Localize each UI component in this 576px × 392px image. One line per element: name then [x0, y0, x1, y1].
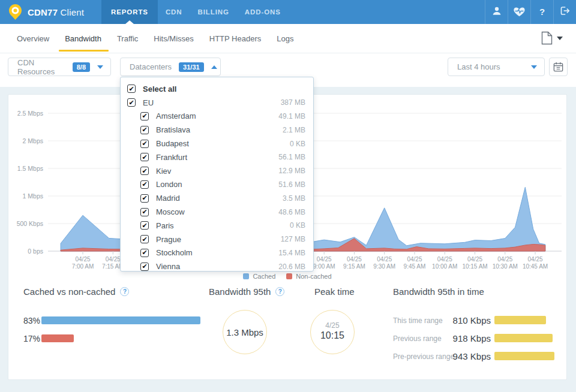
cdn-resources-filter[interactable]: CDN Resources 8/8 [8, 58, 111, 76]
y-axis-label: 2.5 Mbps [17, 110, 43, 117]
legend-swatch [243, 273, 249, 279]
datacenter-label: Vienna [156, 262, 278, 271]
tab-http-headers[interactable]: HTTP Headers [209, 24, 275, 53]
y-axis-label: 1 Mbps [23, 192, 43, 200]
report-tabs-row: OverviewBandwidthTrafficHits/MissesHTTP … [0, 24, 576, 53]
active-tab-underline [59, 50, 109, 52]
checkbox-checked-icon[interactable]: ✔ [140, 153, 149, 161]
datacenters-label: Datacenters [130, 62, 172, 71]
tab-hits-misses[interactable]: Hits/Misses [154, 24, 208, 53]
help-circle-icon[interactable]: ? [120, 287, 129, 296]
datacenter-label: London [156, 180, 278, 189]
peak-time-label: Peak time [314, 287, 355, 297]
user-button[interactable] [485, 0, 508, 24]
file-export-icon [541, 31, 553, 45]
datacenter-label: Amsterdam [156, 111, 278, 120]
export-control[interactable] [541, 31, 563, 45]
datacenter-row-frankfurt[interactable]: ✔Frankfurt56.1 MB [121, 150, 313, 164]
brand-title: CDN77 Client [28, 7, 84, 17]
datacenter-row-madrid[interactable]: ✔Madrid3.5 MB [121, 191, 313, 205]
peak-time-value-wrap: 4/25 10:15 [296, 321, 368, 341]
caret-up-icon [211, 65, 217, 69]
x-axis-label: 04/259:30 AM [373, 256, 395, 270]
tab-traffic[interactable]: Traffic [117, 24, 152, 53]
datacenters-filter[interactable]: Datacenters 31/31 [120, 58, 221, 76]
datacenter-row-vienna[interactable]: ✔Vienna20.6 MB [121, 260, 313, 272]
select-all-label: Select all [143, 85, 305, 94]
legend-label: Cached [253, 273, 275, 280]
checkbox-checked-icon[interactable]: ✔ [127, 85, 136, 93]
tab-overview[interactable]: Overview [17, 24, 64, 53]
datacenter-label: Paris [156, 221, 290, 230]
checkbox-checked-icon[interactable]: ✔ [140, 263, 149, 271]
datacenter-traffic-value: 2.1 MB [283, 126, 305, 134]
datacenter-row-moscow[interactable]: ✔Moscow48.6 MB [121, 205, 313, 219]
location-pin-logo-icon [8, 4, 22, 20]
datacenter-row-kiev[interactable]: ✔Kiev12.9 MB [121, 164, 313, 178]
checkbox-checked-icon[interactable]: ✔ [140, 112, 149, 120]
datacenter-row-eu[interactable]: ✔EU387 MB [121, 96, 313, 110]
tab-logs[interactable]: Logs [277, 24, 308, 53]
top-navigation-bar: CDN77 Client REPORTSCDNBILLINGADD-ONS ? [0, 0, 576, 24]
datacenter-row-bratislava[interactable]: ✔Bratislava2.1 MB [121, 123, 313, 137]
datacenter-label: Frankfurt [156, 153, 278, 162]
range-label: Pre-previous range [393, 352, 456, 361]
datacenter-row-budapest[interactable]: ✔Budapest0 KB [121, 137, 313, 150]
help-button[interactable]: ? [530, 0, 553, 24]
brand[interactable]: CDN77 Client [0, 0, 101, 24]
datacenter-traffic-value: 51.6 MB [278, 180, 305, 189]
datacenter-row-stockholm[interactable]: ✔Stockholm15.4 MB [121, 246, 313, 260]
nav-item-cdn[interactable]: CDN [158, 0, 190, 24]
cached-vs-noncached-label: Cached vs non-cached [23, 287, 115, 297]
help-circle-icon[interactable]: ? [275, 287, 284, 296]
nav-item-add-ons[interactable]: ADD-ONS [237, 0, 289, 24]
ratio-bar [41, 316, 200, 324]
datacenter-label: Moscow [156, 207, 278, 216]
cdn-resources-label: CDN Resources [17, 58, 65, 76]
legend-item-cached: Cached [243, 273, 275, 280]
datacenter-row-london[interactable]: ✔London51.6 MB [121, 178, 313, 192]
checkbox-checked-icon[interactable]: ✔ [140, 194, 149, 203]
checkbox-checked-icon[interactable]: ✔ [140, 208, 149, 216]
x-axis-label: 04/259:45 AM [404, 256, 426, 270]
datacenter-label: Madrid [156, 194, 283, 203]
checkbox-checked-icon[interactable]: ✔ [140, 249, 149, 257]
x-axis-label: 04/2510:45 AM [523, 256, 548, 270]
cdn77-dashboard: CDN77 Client REPORTSCDNBILLINGADD-ONS ? … [0, 0, 576, 392]
primary-nav: REPORTSCDNBILLINGADD-ONS [101, 0, 289, 24]
caret-down-icon [97, 65, 103, 69]
checkbox-checked-icon[interactable]: ✔ [140, 140, 149, 148]
bandwidth-95th-title: Bandwidth 95th ? [209, 287, 284, 297]
y-axis-label: 500 Kbps [17, 220, 43, 227]
checkbox-checked-icon[interactable]: ✔ [127, 98, 136, 107]
time-range-select[interactable]: Last 4 hours [448, 58, 545, 76]
datacenter-traffic-value: 48.6 MB [278, 208, 305, 216]
range-label: This time range [393, 316, 456, 325]
select-all-row[interactable]: ✔ Select all [121, 82, 313, 96]
x-axis-label: 04/257:00 AM [72, 256, 94, 270]
ratio-bar [41, 334, 74, 342]
range-value: 810 Kbps [449, 315, 491, 325]
legend-swatch [286, 273, 292, 279]
checkbox-checked-icon[interactable]: ✔ [140, 180, 149, 189]
bandwidth-95th-in-time-title: Bandwidth 95th in time [393, 287, 484, 297]
logout-button[interactable] [553, 0, 576, 24]
tab-bandwidth[interactable]: Bandwidth [65, 24, 116, 53]
time-range-value: Last 4 hours [457, 62, 500, 71]
nav-item-reports[interactable]: REPORTS [101, 0, 158, 24]
datacenter-row-amsterdam[interactable]: ✔Amsterdam49.1 MB [121, 110, 313, 123]
datacenter-row-paris[interactable]: ✔Paris0 KB [121, 219, 313, 233]
calendar-button[interactable] [549, 58, 568, 76]
peak-time-date: 4/25 [296, 321, 368, 330]
checkbox-checked-icon[interactable]: ✔ [140, 126, 149, 134]
nav-item-billing[interactable]: BILLING [190, 0, 237, 24]
caret-down-icon [531, 65, 537, 69]
checkbox-checked-icon[interactable]: ✔ [140, 167, 149, 175]
pct-label: 17% [23, 334, 40, 343]
checkbox-checked-icon[interactable]: ✔ [140, 235, 149, 243]
datacenter-label: Budapest [156, 139, 290, 148]
heartbeat-button[interactable] [508, 0, 530, 24]
checkbox-checked-icon[interactable]: ✔ [140, 221, 149, 230]
peak-time-value: 10:15 [296, 330, 368, 341]
datacenter-row-prague[interactable]: ✔Prague127 MB [121, 233, 313, 246]
